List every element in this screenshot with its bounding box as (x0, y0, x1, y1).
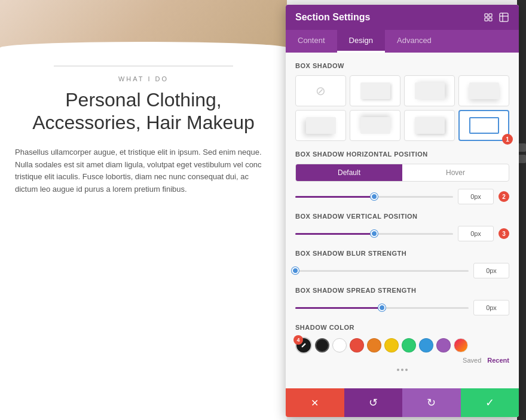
horizontal-position-label: Box Shadow Horizontal Position (295, 151, 509, 158)
dot-2 (401, 369, 403, 371)
color-swatch-purple[interactable] (436, 338, 451, 352)
spread-strength-label: Box Shadow Spread Strength (295, 287, 509, 294)
page-body: Phasellus ullamcorper augue, et tristiqu… (0, 146, 287, 196)
panel-footer: ✕ ↺ ↻ ✓ (286, 388, 519, 417)
spread-slider-thumb[interactable] (378, 304, 386, 311)
confirm-icon: ✓ (485, 396, 494, 409)
color-swatch-yellow[interactable] (384, 338, 399, 352)
panel-header-icons (483, 12, 509, 23)
color-swatch-orange[interactable] (367, 338, 381, 352)
vertical-slider-value[interactable]: 0px (458, 226, 494, 241)
shadow-preview-6 (415, 117, 445, 134)
panel-body: Box Shadow ⊘ (286, 53, 519, 388)
shadow-option-7[interactable]: 1 (458, 110, 509, 141)
shadow-options-grid: ⊘ (295, 75, 509, 141)
shadow-option-5[interactable] (350, 110, 400, 141)
shadow-preview-1 (360, 82, 390, 99)
spread-slider-fill (295, 307, 382, 309)
horizontal-position-section: Box Shadow Horizontal Position Default H… (295, 151, 509, 204)
panel-title: Section Settings (295, 12, 370, 23)
svg-rect-1 (489, 14, 492, 17)
reset-icon: ↺ (369, 396, 378, 409)
color-swatch-black[interactable] (315, 338, 329, 352)
shadow-option-none[interactable]: ⊘ (295, 75, 346, 106)
shadow-option-3[interactable] (458, 75, 509, 106)
shadow-preview-3 (469, 82, 499, 99)
blur-strength-label: Box Shadow Blur Strength (295, 250, 509, 257)
panel-header: Section Settings (286, 5, 519, 30)
horizontal-slider-thumb[interactable] (371, 193, 378, 200)
dots-row (295, 369, 509, 371)
redo-button[interactable]: ↻ (402, 388, 461, 417)
shadow-preview-7 (469, 117, 499, 134)
shadow-option-4[interactable] (295, 110, 346, 141)
state-tab-default[interactable]: Default (296, 164, 402, 181)
tab-advanced[interactable]: Advanced (385, 30, 444, 53)
color-swatches-row: 4 Saved Recent (295, 337, 509, 364)
blur-slider-thumb[interactable] (292, 267, 299, 274)
shadow-preview-5 (360, 117, 390, 134)
expand-icon[interactable] (483, 12, 494, 23)
dot-1 (397, 369, 399, 371)
cancel-icon: ✕ (311, 397, 319, 409)
tab-design[interactable]: Design (337, 30, 385, 53)
color-swatch-white[interactable] (332, 338, 347, 352)
recent-label[interactable]: Recent (487, 357, 509, 364)
horizontal-slider-fill (295, 196, 374, 198)
page-subtitle: WHAT I DO (0, 75, 287, 82)
state-tab-hover[interactable]: Hover (402, 164, 509, 181)
color-swatch-blue[interactable] (419, 338, 433, 352)
badge-2: 2 (499, 191, 509, 202)
color-swatch-custom[interactable] (454, 338, 468, 352)
badge-1: 1 (502, 134, 513, 145)
vertical-slider-row: 0px 3 (295, 226, 509, 241)
spread-slider-track[interactable] (295, 307, 469, 309)
badge-3: 3 (499, 228, 509, 239)
color-picker-button[interactable]: 4 (295, 337, 312, 354)
confirm-button[interactable]: ✓ (461, 388, 519, 417)
no-shadow-icon: ⊘ (316, 84, 326, 98)
shadow-preview-2 (415, 82, 445, 99)
svg-rect-0 (485, 14, 488, 17)
spread-slider-row: 0px (295, 300, 509, 315)
color-swatch-red[interactable] (350, 338, 364, 352)
vertical-slider-track[interactable] (295, 233, 453, 235)
page-background: WHAT I DO Personal Clothing, Accessories… (0, 0, 287, 420)
saved-label: Saved (463, 357, 481, 364)
spread-strength-section: Box Shadow Spread Strength 0px (295, 287, 509, 315)
horizontal-slider-value[interactable]: 0px (458, 189, 494, 204)
shadow-preview-4 (306, 117, 336, 134)
blur-slider-row: 0px (295, 263, 509, 278)
vertical-position-section: Box Shadow Vertical Position 0px 3 (295, 213, 509, 241)
blur-strength-section: Box Shadow Blur Strength 0px (295, 250, 509, 278)
reset-button[interactable]: ↺ (344, 388, 403, 417)
page-title: Personal Clothing, Accessories, Hair Mak… (0, 88, 287, 134)
tab-content[interactable]: Content (286, 30, 337, 53)
box-shadow-label: Box Shadow (295, 62, 509, 69)
shadow-option-1[interactable] (350, 75, 400, 106)
dot-3 (405, 369, 408, 371)
grid-icon[interactable] (499, 12, 509, 23)
divider (54, 66, 233, 66)
horizontal-slider-track[interactable] (295, 196, 453, 198)
shadow-option-6[interactable] (404, 110, 455, 141)
vertical-slider-fill (295, 233, 374, 235)
blur-slider-track[interactable] (295, 270, 469, 272)
shadow-option-2[interactable] (404, 75, 455, 106)
spread-slider-value[interactable]: 0px (473, 300, 509, 315)
svg-rect-3 (489, 18, 492, 21)
color-swatch-green[interactable] (402, 338, 416, 352)
panel-tabs: Content Design Advanced (286, 30, 519, 53)
blur-slider-value[interactable]: 0px (473, 263, 509, 278)
redo-icon: ↻ (427, 396, 436, 409)
saved-recent-labels: Saved Recent (463, 357, 509, 364)
badge-4: 4 (293, 335, 303, 345)
horizontal-slider-row: 0px 2 (295, 189, 509, 204)
state-tabs: Default Hover (295, 164, 509, 182)
section-settings-panel: Section Settings Content Design (286, 5, 519, 417)
vertical-slider-thumb[interactable] (371, 230, 378, 237)
svg-rect-2 (485, 18, 488, 21)
cancel-button[interactable]: ✕ (286, 388, 344, 417)
vertical-position-label: Box Shadow Vertical Position (295, 213, 509, 220)
shadow-color-label: Shadow Color (295, 324, 509, 331)
